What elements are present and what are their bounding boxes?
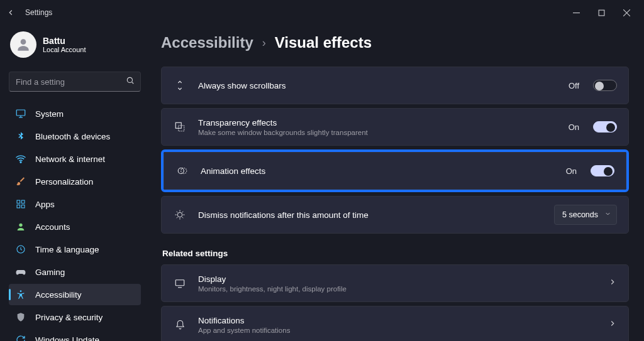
svg-rect-1 [599, 10, 604, 16]
accessibility-icon [15, 289, 26, 300]
svg-line-27 [177, 212, 178, 213]
svg-point-15 [19, 224, 22, 227]
minimize-button[interactable] [564, 0, 589, 25]
sidebar-item-bluetooth[interactable]: Bluetooth & devices [9, 126, 141, 147]
sidebar-item-apps[interactable]: Apps [9, 193, 141, 215]
sidebar-item-label: Windows Update [35, 335, 99, 342]
setting-subtitle: Monitors, brightness, night light, displ… [198, 285, 597, 293]
sidebar-item-label: Bluetooth & devices [35, 132, 110, 141]
svg-point-5 [127, 77, 132, 82]
setting-title: Always show scrollbars [198, 81, 557, 90]
svg-rect-7 [16, 110, 25, 116]
svg-rect-13 [17, 205, 20, 208]
sidebar-item-personalization[interactable]: Personalization [9, 171, 141, 192]
svg-line-28 [182, 217, 184, 219]
svg-rect-11 [17, 200, 20, 203]
back-button[interactable] [5, 7, 16, 18]
setting-animation: Animation effects On [164, 152, 626, 190]
toggle-state: Off [569, 81, 579, 90]
window-title: Settings [25, 8, 52, 17]
setting-title: Display [198, 274, 597, 284]
breadcrumb-parent[interactable]: Accessibility [161, 34, 253, 51]
setting-animation-highlight: Animation effects On [161, 149, 629, 192]
related-notifications[interactable]: Notifications App and system notificatio… [161, 306, 629, 341]
related-settings-heading: Related settings [162, 249, 629, 258]
bluetooth-icon [15, 131, 26, 142]
scrollbars-toggle[interactable] [593, 80, 617, 91]
svg-point-4 [21, 39, 26, 45]
svg-rect-12 [21, 200, 25, 203]
update-icon [15, 334, 26, 341]
sidebar-item-accounts[interactable]: Accounts [9, 216, 141, 237]
sidebar-item-label: Time & language [35, 245, 99, 254]
breadcrumb: Accessibility › Visual effects [161, 34, 629, 51]
setting-dismiss-notifications: Dismiss notifications after this amount … [161, 196, 629, 234]
toggle-state: On [569, 122, 579, 132]
svg-rect-14 [21, 205, 25, 208]
close-button[interactable] [614, 0, 639, 25]
svg-point-20 [178, 168, 184, 174]
chevron-right-icon [608, 278, 617, 289]
svg-line-29 [177, 217, 178, 219]
chevron-right-icon: › [262, 36, 266, 50]
svg-point-10 [20, 161, 21, 163]
search-input[interactable] [9, 72, 141, 92]
title-bar: Settings [0, 0, 644, 25]
toggle-state: On [566, 166, 577, 176]
sidebar-item-label: Accounts [35, 222, 70, 232]
setting-title: Dismiss notifications after this amount … [198, 210, 543, 220]
account-icon [15, 221, 26, 232]
transparency-icon [173, 121, 187, 133]
dropdown-value: 5 seconds [562, 210, 598, 219]
sidebar-item-label: Gaming [35, 268, 65, 277]
sidebar-item-label: System [35, 109, 64, 119]
chevron-right-icon [608, 319, 617, 330]
animation-toggle[interactable] [591, 165, 614, 176]
sidebar-item-label: Personalization [35, 177, 93, 187]
display-icon [173, 278, 187, 289]
setting-title: Transparency effects [198, 118, 557, 127]
svg-line-6 [132, 82, 134, 84]
timer-icon [173, 209, 187, 220]
svg-rect-31 [175, 280, 184, 286]
user-name: Battu [43, 36, 86, 46]
setting-title: Notifications [198, 316, 597, 325]
bell-icon [173, 320, 187, 330]
svg-point-17 [20, 290, 22, 292]
related-display[interactable]: Display Monitors, brightness, night ligh… [161, 264, 629, 302]
maximize-button[interactable] [589, 0, 614, 25]
wifi-icon [15, 153, 26, 165]
search-icon [126, 76, 135, 87]
brush-icon [15, 176, 26, 187]
user-block[interactable]: Battu Local Account [9, 29, 141, 63]
sidebar-item-privacy[interactable]: Privacy & security [9, 306, 141, 328]
chevron-down-icon [604, 210, 611, 219]
sidebar-item-network[interactable]: Network & internet [9, 148, 141, 170]
sidebar-item-system[interactable]: System [9, 103, 141, 124]
sidebar-item-label: Apps [35, 200, 55, 209]
system-icon [15, 108, 26, 119]
scrollbar-icon [173, 80, 187, 90]
content: Accessibility › Visual effects Always sh… [146, 25, 644, 341]
transparency-toggle[interactable] [593, 121, 617, 133]
nav: System Bluetooth & devices Network & int… [9, 103, 141, 341]
dismiss-time-dropdown[interactable]: 5 seconds [554, 205, 617, 225]
sidebar-item-accessibility[interactable]: Accessibility [9, 284, 141, 305]
page-title: Visual effects [275, 34, 372, 51]
sidebar: Battu Local Account System Bluetooth & d… [0, 25, 146, 341]
sidebar-item-gaming[interactable]: Gaming [9, 261, 141, 283]
user-subtitle: Local Account [43, 46, 86, 53]
setting-scrollbars: Always show scrollbars Off [161, 67, 629, 104]
sidebar-item-label: Accessibility [35, 290, 82, 300]
apps-icon [15, 198, 26, 210]
avatar [10, 31, 36, 58]
svg-line-30 [182, 212, 184, 213]
sidebar-item-time-language[interactable]: Time & language [9, 239, 141, 260]
sidebar-item-update[interactable]: Windows Update [9, 329, 141, 341]
sidebar-item-label: Network & internet [35, 154, 105, 164]
setting-subtitle: Make some window backgrounds slightly tr… [198, 129, 557, 136]
setting-transparency: Transparency effects Make some window ba… [161, 108, 629, 146]
setting-subtitle: App and system notifications [198, 327, 597, 334]
animation-icon [175, 165, 189, 176]
clock-icon [15, 244, 26, 255]
